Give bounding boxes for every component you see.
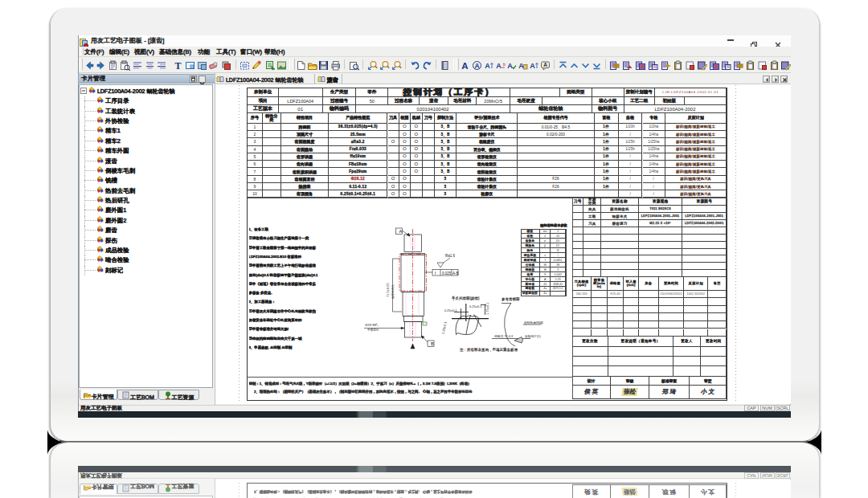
svg-text:0.25±0.1: 0.25±0.1 bbox=[441, 320, 448, 334]
svg-text:注：所有图表查询，不满足重条标准: 注：所有图表查询，不满足重条标准 bbox=[459, 347, 518, 353]
svg-text:A: A bbox=[461, 61, 468, 71]
svg-text:倒棱贝 72-0.3: 倒棱贝 72-0.3 bbox=[494, 334, 513, 338]
svg-text:齿根倒2°(1): 齿根倒2°(1) bbox=[525, 334, 541, 338]
svg-text:B: B bbox=[431, 341, 434, 346]
svg-text:b: b bbox=[503, 62, 506, 67]
svg-text:0.025: 0.025 bbox=[442, 271, 452, 276]
svg-text:A: A bbox=[485, 62, 490, 70]
svg-text:参考齿根圆: 参考齿根圆 bbox=[501, 296, 520, 302]
svg-text:A-B: A-B bbox=[452, 271, 459, 276]
svg-text:Φ29.98³₀: Φ29.98³₀ bbox=[365, 323, 379, 327]
svg-text:A: A bbox=[399, 229, 403, 234]
svg-text:1.75±0.1: 1.75±0.1 bbox=[485, 302, 489, 315]
svg-text:A: A bbox=[530, 62, 535, 70]
svg-text:A: A bbox=[543, 62, 547, 67]
svg-text:A: A bbox=[474, 62, 479, 70]
svg-text:f: f bbox=[435, 271, 436, 276]
svg-text:齿面标淬火: 齿面标淬火 bbox=[391, 284, 395, 299]
svg-text:71.5±0.05: 71.5±0.05 bbox=[386, 282, 390, 297]
svg-text:A: A bbox=[507, 62, 513, 70]
svg-text:手爪托齿圆(斜齿): 手爪托齿圆(斜齿) bbox=[451, 296, 480, 301]
svg-text:Ra1.6: Ra1.6 bbox=[445, 254, 456, 258]
svg-text:齿轮轮廓R6圆: 齿轮轮廓R6圆 bbox=[524, 320, 543, 325]
svg-text:不磨损伤: 不磨损伤 bbox=[367, 328, 379, 332]
svg-text:0.25±0.1: 0.25±0.1 bbox=[444, 308, 457, 312]
svg-text:T: T bbox=[174, 60, 181, 71]
svg-text:0.25±0.1: 0.25±0.1 bbox=[469, 304, 482, 308]
svg-text:A: A bbox=[496, 62, 502, 70]
